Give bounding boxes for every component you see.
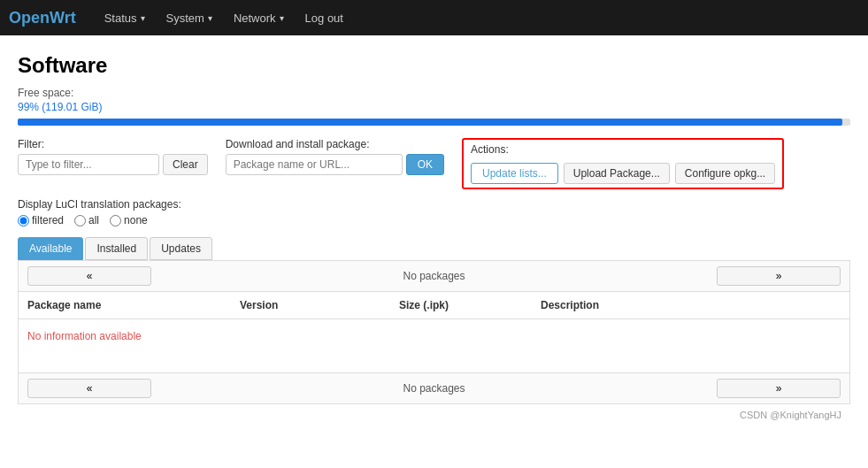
clear-button[interactable]: Clear bbox=[163, 154, 208, 175]
controls-row: Filter: Clear Download and install packa… bbox=[18, 138, 850, 189]
bottom-no-packages: No packages bbox=[151, 382, 717, 395]
table-area: « No packages » Package name Version Siz… bbox=[18, 260, 850, 404]
top-no-packages: No packages bbox=[151, 270, 717, 282]
radio-none[interactable]: none bbox=[110, 214, 148, 226]
filter-input[interactable] bbox=[18, 154, 159, 175]
progress-bar-fill bbox=[18, 119, 842, 126]
radio-filtered-input[interactable] bbox=[18, 215, 29, 226]
nav-status[interactable]: Status ▾ bbox=[94, 0, 156, 35]
download-input-row: OK bbox=[226, 154, 444, 175]
th-package-name: Package name bbox=[27, 299, 240, 311]
bottom-next-button[interactable]: » bbox=[717, 379, 841, 398]
download-label: Download and install package: bbox=[226, 138, 444, 150]
actions-section: Actions: Update lists... Upload Package.… bbox=[462, 138, 784, 189]
update-lists-button[interactable]: Update lists... bbox=[471, 163, 558, 184]
actions-buttons: Update lists... Upload Package... Config… bbox=[471, 163, 775, 184]
bottom-pagination-row: « No packages » bbox=[19, 372, 849, 403]
filter-label: Filter: bbox=[18, 138, 208, 150]
filter-section: Filter: Clear bbox=[18, 138, 208, 175]
nav-network[interactable]: Network ▾ bbox=[223, 0, 295, 35]
display-luci-label: Display LuCI translation packages: bbox=[18, 198, 850, 211]
top-next-button[interactable]: » bbox=[717, 266, 841, 286]
table-header: Package name Version Size (.ipk) Descrip… bbox=[19, 292, 849, 319]
radio-none-input[interactable] bbox=[110, 215, 121, 226]
chevron-down-icon: ▾ bbox=[208, 13, 212, 23]
brand-wrt: Wrt bbox=[50, 9, 76, 27]
chevron-down-icon: ▾ bbox=[280, 13, 284, 23]
tab-updates[interactable]: Updates bbox=[150, 237, 212, 260]
ok-button[interactable]: OK bbox=[406, 154, 444, 175]
footer: CSDN @KnightYangHJ bbox=[18, 404, 850, 426]
nav-system[interactable]: System ▾ bbox=[156, 0, 223, 35]
nav-logout[interactable]: Log out bbox=[295, 0, 354, 35]
radio-none-label: none bbox=[124, 214, 148, 226]
table-body: No information available bbox=[19, 319, 849, 372]
nav-menu: Status ▾ System ▾ Network ▾ Log out bbox=[94, 0, 354, 35]
th-size: Size (.ipk) bbox=[399, 299, 541, 311]
configure-opkg-button[interactable]: Configure opkg... bbox=[675, 163, 775, 184]
radio-all-label: all bbox=[88, 214, 99, 226]
radio-all[interactable]: all bbox=[74, 214, 99, 226]
progress-bar-container bbox=[18, 119, 850, 126]
brand-open: Open bbox=[9, 9, 50, 27]
display-luci-section: Display LuCI translation packages: filte… bbox=[18, 198, 850, 226]
top-pagination-row: « No packages » bbox=[19, 261, 849, 292]
radio-filtered-label: filtered bbox=[32, 214, 64, 226]
th-description: Description bbox=[541, 299, 841, 311]
tab-available[interactable]: Available bbox=[18, 237, 83, 260]
tabs: Available Installed Updates bbox=[18, 237, 850, 260]
download-input[interactable] bbox=[226, 154, 403, 175]
free-space-value: 99% (119.01 GiB) bbox=[18, 101, 850, 113]
tab-installed[interactable]: Installed bbox=[85, 237, 148, 260]
filter-input-row: Clear bbox=[18, 154, 208, 175]
bottom-prev-button[interactable]: « bbox=[27, 379, 151, 398]
free-space-label: Free space: bbox=[18, 87, 850, 99]
radio-filtered[interactable]: filtered bbox=[18, 214, 64, 226]
no-info-message: No information available bbox=[27, 330, 841, 342]
radio-group: filtered all none bbox=[18, 214, 850, 226]
upload-package-button[interactable]: Upload Package... bbox=[564, 163, 670, 184]
th-version: Version bbox=[240, 299, 399, 311]
radio-all-input[interactable] bbox=[74, 215, 86, 226]
download-section: Download and install package: OK bbox=[226, 138, 444, 175]
main-content: Software Free space: 99% (119.01 GiB) Fi… bbox=[0, 35, 868, 443]
navbar: OpenWrt Status ▾ System ▾ Network ▾ Log … bbox=[0, 0, 868, 35]
top-prev-button[interactable]: « bbox=[27, 266, 151, 286]
brand-logo[interactable]: OpenWrt bbox=[9, 9, 76, 27]
chevron-down-icon: ▾ bbox=[141, 13, 145, 23]
actions-label: Actions: bbox=[471, 143, 775, 156]
page-title: Software bbox=[18, 53, 850, 78]
